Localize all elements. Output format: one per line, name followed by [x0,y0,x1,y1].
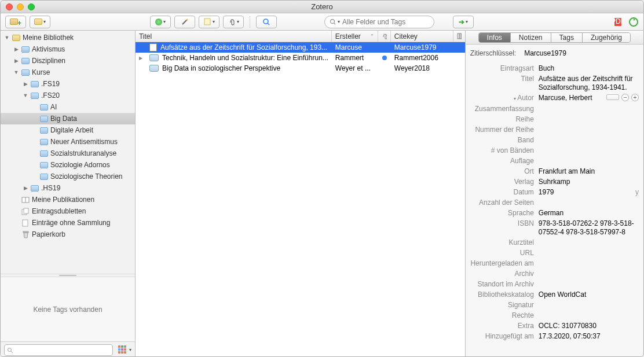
svg-rect-15 [23,231,28,233]
sidebar-item[interactable]: ▶.FS19 [1,78,135,90]
new-collection-button[interactable]: + [5,16,26,28]
sidebar-item[interactable]: ▶Aktivismus [1,43,135,55]
locate-button[interactable]: ➔ ▾ [453,16,474,28]
add-by-identifier-button[interactable] [174,16,195,28]
disclosure-icon[interactable]: ▼ [12,69,20,75]
item-attachment [378,56,391,60]
color-grid-button[interactable] [118,345,127,355]
column-attachment[interactable] [378,31,391,42]
new-library-button[interactable]: ▾ [30,16,50,28]
add-creator-button[interactable]: + [631,94,639,101]
column-picker[interactable] [453,31,465,42]
tag-filter-bar: ▾ [1,341,135,357]
item-creator: Rammert [332,54,378,62]
disclosure-icon[interactable]: ▼ [21,93,30,98]
field-catalog[interactable]: Open WorldCat [539,290,639,299]
pdf-icon[interactable]: PDF [613,17,623,27]
paperclip-icon [382,33,387,39]
tag-search-input[interactable] [4,344,113,356]
field-title[interactable]: Aufsätze aus der Zeitschrift für Sozialf… [539,75,639,92]
sidebar-item[interactable]: ▼Meine Bibliothek [1,32,135,43]
sidebar-item-label: Digitale Arbeit [50,126,93,134]
sidebar-item-label: .FS19 [41,80,60,88]
item-citekey: Rammert2006 [391,54,453,62]
sidebar-item[interactable]: Papierkorb [1,229,135,240]
note-plus-icon [204,18,211,25]
svg-point-5 [331,19,335,23]
sidebar-item[interactable]: ▼Kurse [1,67,135,78]
sidebar-item[interactable]: Soziologie Adornos [1,159,135,171]
item-title: Aufsätze aus der Zeitschrift für Sozialf… [160,43,327,51]
remove-creator-button[interactable]: − [621,94,629,101]
field-place[interactable]: Frankfurt am Main [539,167,639,176]
disclosure-icon[interactable]: ▶ [12,46,20,52]
sidebar-item[interactable]: AI [1,101,135,113]
sidebar-item[interactable]: Digitale Arbeit [1,124,135,136]
toolbar: + ▾ ▾ ▾ ▾ ▾ ➔ ▾ PDF [1,13,643,31]
search-icon [330,19,335,25]
tab-related[interactable]: Zugehörig [583,33,630,42]
sidebar-item[interactable]: Einträge ohne Sammlung [1,217,135,229]
field-publisher[interactable]: Suhrkamp [539,178,639,186]
folder-icon [30,81,40,87]
citekey-value[interactable]: Marcuse1979 [521,49,639,58]
book-icon [149,54,159,61]
add-attachment-button[interactable]: ▾ [223,16,244,28]
unfiled-icon [20,219,31,227]
sidebar-item[interactable]: ▼.FS20 [1,90,135,101]
new-note-button[interactable]: ▾ [199,16,219,28]
tab-info[interactable]: Infos [479,33,511,42]
column-creator[interactable]: Ersteller⌃ [332,31,378,42]
plus-circle-icon [155,19,162,25]
svg-line-6 [334,23,335,25]
column-title[interactable]: Titel [136,31,332,42]
sidebar-item[interactable]: Big Data [1,113,135,124]
chevron-down-icon: ▾ [514,96,516,101]
search-input[interactable]: ▾ [324,16,434,28]
field-date-added[interactable]: 17.3.2020, 07:50:37 [539,332,639,341]
new-item-button[interactable]: ▾ [150,16,171,28]
sidebar-item[interactable]: Soziologische Theorien [1,171,135,182]
field-type[interactable]: Buch [539,64,639,73]
sidebar-item-label: .HS19 [41,184,60,192]
disclosure-icon[interactable]: ▼ [3,35,11,41]
sidebar-item[interactable]: Sozialstrukturanalyse [1,148,135,159]
item-row[interactable]: Big Data in soziologischer PerspektiveWe… [136,63,465,73]
search-field[interactable] [342,18,429,26]
tab-notes[interactable]: Notizen [511,33,551,42]
item-row[interactable]: Aufsätze aus der Zeitschrift für Sozialf… [136,42,465,53]
sidebar-item-label: Big Data [50,115,77,123]
disclosure-icon[interactable]: ▶ [21,185,30,191]
item-row[interactable]: ▶Technik, Handeln und Sozialstruktur: Ei… [136,53,465,63]
sidebar-item[interactable]: ▶Disziplinen [1,55,135,67]
folder-icon [39,150,49,157]
folder-icon [39,116,49,122]
folder-icon [39,162,49,168]
field-isbn[interactable]: 978-3-518-07262-2 978-3-518-07552-4 978-… [539,219,639,237]
field-language[interactable]: German [539,209,639,218]
wand-icon [181,18,189,26]
tab-tags[interactable]: Tags [551,33,583,42]
sidebar-item[interactable]: Meine Publikationen [1,194,135,205]
disclosure-icon[interactable]: ▶ [12,58,20,64]
sidebar-item[interactable]: Neuer Antisemitismus [1,136,135,148]
folder-icon [39,127,49,134]
paperclip-icon [228,18,236,25]
disclosure-icon[interactable]: ▶ [21,81,30,87]
svg-point-16 [8,348,12,351]
trash-icon [20,230,31,238]
sync-button[interactable] [628,17,639,27]
field-list: Zitierschlüssel:Marcuse1979 EintragsartB… [466,45,643,357]
sidebar-item[interactable]: ▶.HS19 [1,182,135,194]
disclosure-icon[interactable]: ▶ [139,56,146,61]
field-author[interactable]: Marcuse, Herbert [539,94,603,102]
no-tags-label: Keine Tags vorhanden [33,306,102,314]
folder-icon [20,58,31,64]
column-citekey[interactable]: Citekey [391,31,453,42]
field-extra[interactable]: OCLC: 310770830 [539,322,639,330]
creator-mode-toggle[interactable] [606,94,619,100]
separator [250,16,250,28]
sidebar-item[interactable]: Eintragsdubletten [1,205,135,217]
field-date[interactable]: 1979 [539,188,632,197]
advanced-search-button[interactable] [256,16,277,28]
